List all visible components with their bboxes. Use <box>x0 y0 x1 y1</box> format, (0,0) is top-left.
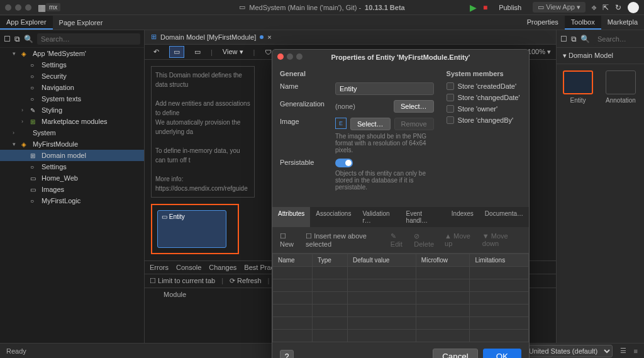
dialog-close[interactable] <box>277 53 284 60</box>
run-icon[interactable]: ▶ <box>470 3 477 13</box>
col-default-value[interactable]: Default value <box>347 254 416 267</box>
entity-name-input[interactable] <box>335 82 434 95</box>
tool-annotation[interactable]: Annotation <box>606 70 636 104</box>
image-label: Image <box>280 118 330 125</box>
tree-item-system-texts[interactable]: ○System texts <box>0 93 144 104</box>
info-text-3: We automatically provision the underlyin… <box>155 118 250 137</box>
toolbox-section-header[interactable]: ▾ Domain Model <box>557 48 644 64</box>
toolbar-undo-icon[interactable]: ↶ <box>150 47 163 57</box>
cb-changedby[interactable]: Store 'changedBy' <box>447 116 528 124</box>
view-toggle-1[interactable]: ☰ <box>620 347 626 355</box>
modified-dot-icon <box>260 35 264 39</box>
table-row[interactable] <box>273 279 529 292</box>
dialog-tab-event-handl-[interactable]: Event handl… <box>401 207 446 227</box>
view-menu[interactable]: View ▾ <box>219 47 247 57</box>
persistable-toggle[interactable] <box>335 159 353 167</box>
sidebar-copy-icon[interactable]: ⧉ <box>14 35 20 43</box>
table-row[interactable] <box>273 330 529 342</box>
minimize-window[interactable] <box>15 4 21 11</box>
tree-item-styling[interactable]: ›✎Styling <box>0 104 144 116</box>
apps-grid-icon[interactable]: ▦ <box>38 3 46 13</box>
doc-tab-domain-model[interactable]: ⊞ Domain Model [MyFirstModule] × <box>145 30 278 43</box>
dialog-tab-indexes[interactable]: Indexes <box>446 207 479 227</box>
viewapp-button[interactable]: ▭ View App ▾ <box>533 2 586 13</box>
tab-page-explorer[interactable]: Page Explorer <box>53 16 109 29</box>
tree-item-system[interactable]: ›System <box>0 127 144 138</box>
tree-item-settings[interactable]: ○Settings <box>0 161 144 172</box>
toolbox-icon2[interactable]: ⧉ <box>571 35 577 43</box>
view-toggle-2[interactable]: ≡ <box>634 347 638 355</box>
col-name[interactable]: Name <box>273 254 313 267</box>
close-tab-icon[interactable]: × <box>267 33 271 41</box>
stop-icon[interactable]: ■ <box>483 3 487 12</box>
col-type[interactable]: Type <box>313 254 348 267</box>
toolbox-search[interactable] <box>594 33 644 45</box>
sidebar: ☐ ⧉ 🔍 ▾◈App 'MedSystem'○Settings○Securit… <box>0 30 145 343</box>
publish-button[interactable]: Publish <box>494 3 526 13</box>
avatar[interactable] <box>628 2 639 13</box>
col-limitations[interactable]: Limitations <box>470 254 529 267</box>
action-insert[interactable]: ☐ Insert new above selected <box>306 232 384 248</box>
cb-createddate[interactable]: Store 'createdDate' <box>447 82 528 90</box>
tree-item-home-web[interactable]: ▭Home_Web <box>0 172 144 184</box>
bottom-tab-errors[interactable]: Errors <box>150 264 169 271</box>
bottom-tab-changes[interactable]: Changes <box>209 264 236 271</box>
sidebar-new-icon[interactable]: ☐ <box>4 35 11 43</box>
tab-marketplace[interactable]: Marketpla <box>601 16 644 30</box>
generalization-select-button[interactable]: Select… <box>394 100 434 113</box>
tree-item-images[interactable]: ▭Images <box>0 184 144 195</box>
tab-app-explorer[interactable]: App Explorer <box>0 16 53 30</box>
table-row[interactable] <box>273 267 529 279</box>
maximize-window[interactable] <box>25 4 31 11</box>
action-new[interactable]: ☐ New <box>280 232 299 248</box>
ok-button[interactable]: OK <box>483 349 521 358</box>
image-select-button[interactable]: Select… <box>350 118 391 130</box>
dialog-tab-attributes[interactable]: Attributes <box>272 207 310 227</box>
entity-highlight: ▭ Entity <box>151 204 239 254</box>
cb-changeddate[interactable]: Store 'changedDate' <box>447 94 528 101</box>
limit-tab-toggle[interactable]: ☐ Limit to current tab <box>150 277 215 285</box>
persistable-help: Objects of this entity can only be store… <box>335 170 434 191</box>
entity-box[interactable]: ▭ Entity <box>157 210 226 248</box>
close-window[interactable] <box>5 4 11 11</box>
toolbar-icon-3[interactable]: ↻ <box>615 3 621 12</box>
toolbar-annotation-icon[interactable]: ▭ <box>191 47 204 57</box>
generalization-label: Generalization <box>280 100 330 108</box>
tab-toolbox[interactable]: Toolbox <box>565 16 601 30</box>
name-label: Name <box>280 82 330 90</box>
dialog-tab-associations[interactable]: Associations <box>310 207 357 227</box>
zoom-level[interactable]: 100% ▾ <box>528 48 551 56</box>
tree-item-myfirstmodule[interactable]: ▾◈MyFirstModule <box>0 138 144 150</box>
tree-item-navigation[interactable]: ○Navigation <box>0 82 144 93</box>
dialog-min[interactable] <box>287 53 293 60</box>
cancel-button[interactable]: Cancel <box>433 349 478 358</box>
table-row[interactable] <box>273 292 529 305</box>
sidebar-search[interactable] <box>37 33 140 45</box>
info-text-4: To define in-memory data, you can turn o… <box>155 146 250 165</box>
cb-owner[interactable]: Store 'owner' <box>447 105 528 113</box>
tool-entity[interactable]: Entity <box>563 70 593 104</box>
app-version: 10.13.1 Beta <box>365 4 405 11</box>
dialog-tab-documenta-[interactable]: Documenta… <box>479 207 529 227</box>
col-microflow[interactable]: Microflow <box>416 254 470 267</box>
toolbar-icon-1[interactable]: ⎆ <box>592 3 596 12</box>
toolbar-icon-2[interactable]: ⇱ <box>602 3 609 12</box>
dialog-max[interactable] <box>296 53 303 60</box>
toolbox-icon1[interactable]: ☐ <box>560 35 567 43</box>
tree-item-myfirstlogic[interactable]: ○MyFirstLogic <box>0 195 144 206</box>
tree-item-security[interactable]: ○Security <box>0 70 144 82</box>
help-button[interactable]: ? <box>280 350 294 359</box>
info-text-5: More info: https://docs.mendix.com/refgu… <box>155 174 250 193</box>
dialog-tab-validation-r-[interactable]: Validation r… <box>357 207 400 227</box>
toolbar-entity-icon[interactable]: ▭ <box>169 46 184 58</box>
tree-item-marketplace-modules[interactable]: ›⊞Marketplace modules <box>0 116 144 127</box>
tree-item-app-medsystem-[interactable]: ▾◈App 'MedSystem' <box>0 48 144 59</box>
bottom-tab-console[interactable]: Console <box>176 264 201 271</box>
tree-item-domain-model[interactable]: ⊞Domain model <box>0 150 144 161</box>
tab-properties[interactable]: Properties <box>521 16 565 30</box>
table-row[interactable] <box>273 317 529 330</box>
persistable-label: Persistable <box>280 159 330 166</box>
table-row[interactable] <box>273 305 529 317</box>
tree-item-settings[interactable]: ○Settings <box>0 59 144 70</box>
refresh-button[interactable]: ⟳ Refresh <box>230 277 262 285</box>
